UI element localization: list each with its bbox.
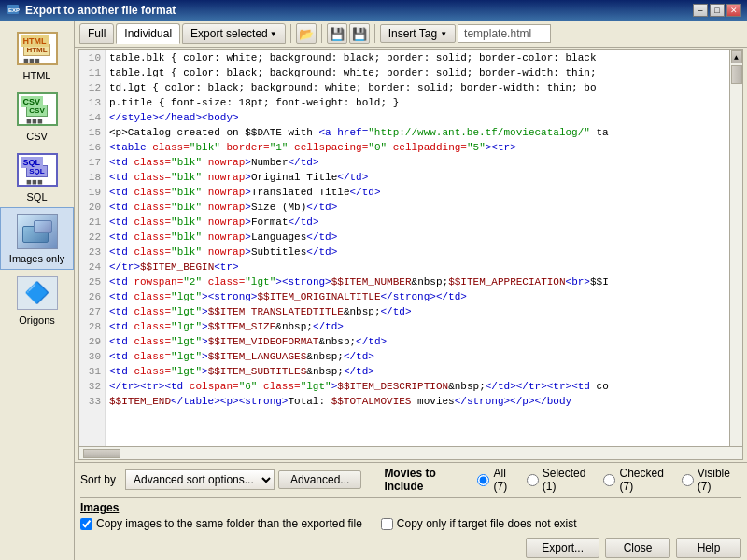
images-section-header: Images — [80, 501, 741, 514]
sidebar: HTML ◼◼◼ HTML CSV ◼◼◼ CSV — [0, 21, 75, 560]
html-icon: HTML ◼◼◼ — [15, 30, 60, 67]
title-bar-icon: EXP — [6, 3, 21, 18]
window-body: HTML ◼◼◼ HTML CSV ◼◼◼ CSV — [0, 21, 747, 560]
template-field: template.html — [458, 24, 551, 43]
sort-select[interactable]: Advanced sort options... — [125, 469, 275, 490]
toolbar-separator-1 — [290, 24, 291, 43]
scroll-thumb[interactable] — [731, 65, 742, 84]
sidebar-images-label: Images only — [9, 253, 64, 264]
title-bar-controls: – □ ✕ — [693, 4, 741, 17]
title-bar-title: Export to another file format — [25, 4, 693, 17]
title-bar: EXP Export to another file format – □ ✕ — [0, 0, 747, 21]
sidebar-item-csv[interactable]: CSV ◼◼◼ CSV — [0, 86, 74, 147]
export-button[interactable]: Export... — [526, 538, 599, 558]
code-editor[interactable]: 10 11 12 13 14 15 16 17 18 19 20 21 22 2… — [78, 49, 743, 460]
images-section-label: Images — [80, 501, 119, 514]
movies-include-section: Movies to include All (7) Selected (1) C… — [384, 467, 741, 493]
images-section: Images Copy images to the same folder th… — [80, 497, 741, 530]
help-button[interactable]: Help — [676, 538, 741, 558]
sidebar-csv-label: CSV — [26, 131, 48, 142]
radio-selected-input[interactable] — [527, 474, 539, 486]
copy-only-new-label[interactable]: Copy only if target file does not exist — [397, 517, 577, 530]
vertical-scrollbar[interactable]: ▲ — [729, 50, 742, 446]
sidebar-sql-label: SQL — [26, 191, 47, 203]
bottom-rows: Sort by Advanced sort options... Advance… — [80, 467, 741, 530]
open-folder-icon: 📂 — [299, 27, 314, 41]
horizontal-scrollbar[interactable] — [79, 446, 742, 459]
sql-icon: SQL ◼◼◼ — [15, 151, 60, 189]
sidebar-origons-label: Origons — [19, 315, 55, 326]
radio-selected: Selected (1) — [527, 467, 597, 493]
copy-images-label[interactable]: Copy images to the same folder than the … — [96, 517, 362, 530]
toolbar-separator-2 — [321, 24, 322, 43]
copy-only-new-checkbox[interactable] — [381, 518, 393, 530]
radio-all-label[interactable]: All (7) — [493, 467, 518, 493]
insert-tag-dropdown-icon: ▼ — [440, 30, 447, 38]
toolbar-open-button[interactable]: 📂 — [296, 23, 317, 44]
toolbar-separator-3 — [374, 24, 375, 43]
export-selected-dropdown-icon: ▼ — [270, 30, 277, 38]
radio-visible: Visible (7) — [682, 467, 741, 493]
radio-checked-input[interactable] — [603, 474, 615, 486]
copy-only-new-group: Copy only if target file does not exist — [381, 517, 577, 530]
action-buttons: Export... Close Help — [75, 534, 747, 560]
radio-visible-input[interactable] — [682, 474, 694, 486]
minimize-button[interactable]: – — [693, 4, 708, 17]
save-icon-1: 💾 — [330, 27, 345, 41]
radio-all-input[interactable] — [477, 474, 489, 486]
scroll-up-button[interactable]: ▲ — [731, 50, 742, 63]
close-button[interactable]: Close — [605, 538, 670, 558]
radio-visible-label[interactable]: Visible (7) — [698, 467, 741, 493]
insert-tag-button[interactable]: Insert Tag ▼ — [380, 24, 456, 43]
sort-movies-row: Sort by Advanced sort options... Advance… — [80, 467, 741, 493]
h-scroll-thumb[interactable] — [83, 449, 120, 458]
origons-icon: 🔷 — [15, 274, 60, 312]
sort-section: Sort by — [80, 473, 118, 486]
content-area: Full Individual Export selected ▼ 📂 💾 💾 … — [75, 21, 747, 560]
line-numbers: 10 11 12 13 14 15 16 17 18 19 20 21 22 2… — [79, 50, 106, 446]
copy-images-group: Copy images to the same folder than the … — [80, 517, 362, 530]
sidebar-item-sql[interactable]: SQL ◼◼◼ SQL — [0, 147, 74, 207]
code-lines: table.blk { color: white; background: bl… — [106, 50, 729, 446]
csv-icon: CSV ◼◼◼ — [15, 91, 60, 128]
sort-by-label: Sort by — [80, 473, 118, 486]
radio-selected-label[interactable]: Selected (1) — [543, 467, 597, 493]
tab-full[interactable]: Full — [79, 23, 114, 44]
maximize-button[interactable]: □ — [710, 4, 725, 17]
advanced-button[interactable]: Advanced... — [278, 470, 361, 489]
sidebar-item-html[interactable]: HTML ◼◼◼ HTML — [0, 25, 74, 86]
svg-text:EXP: EXP — [8, 7, 20, 13]
images-only-icon — [15, 213, 60, 250]
radio-all: All (7) — [477, 467, 518, 493]
sidebar-item-images-only[interactable]: Images only — [0, 207, 74, 270]
tab-export-selected[interactable]: Export selected ▼ — [182, 23, 286, 44]
images-checkboxes: Copy images to the same folder than the … — [80, 517, 741, 530]
save-icon-2: 💾 — [352, 27, 367, 41]
radio-checked: Checked (7) — [603, 467, 673, 493]
toolbar-save-button-2[interactable]: 💾 — [349, 23, 370, 44]
movies-to-include-label: Movies to include — [384, 467, 470, 493]
code-content: 10 11 12 13 14 15 16 17 18 19 20 21 22 2… — [79, 50, 742, 446]
sidebar-item-origons[interactable]: 🔷 Origons — [0, 270, 74, 330]
close-button[interactable]: ✕ — [726, 4, 741, 17]
copy-images-checkbox[interactable] — [80, 518, 92, 530]
toolbar: Full Individual Export selected ▼ 📂 💾 💾 … — [75, 21, 747, 48]
toolbar-save-button-1[interactable]: 💾 — [327, 23, 347, 44]
tab-individual[interactable]: Individual — [116, 23, 180, 44]
radio-checked-label[interactable]: Checked (7) — [619, 467, 673, 493]
sort-controls: Advanced sort options... Advanced... — [125, 469, 361, 490]
bottom-area: Sort by Advanced sort options... Advance… — [75, 462, 747, 534]
sidebar-html-label: HTML — [23, 70, 51, 81]
